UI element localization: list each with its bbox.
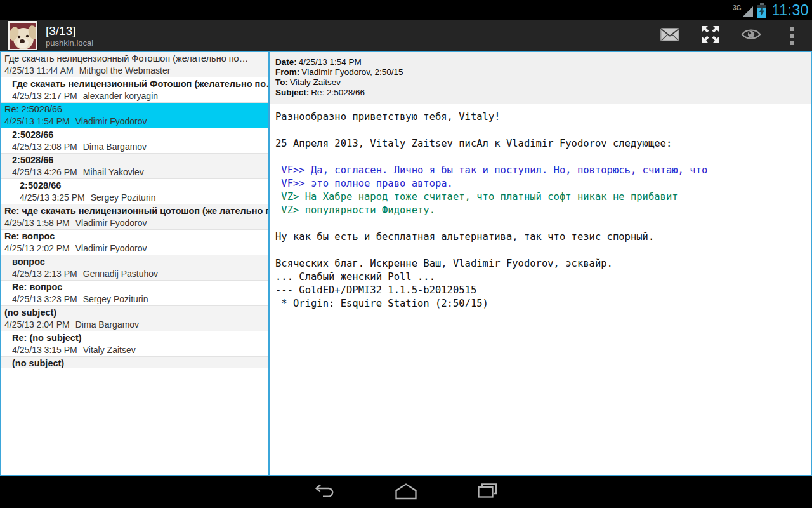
body-line: VZ> На Хабре народ тоже считает, что пла… bbox=[275, 190, 808, 204]
content-area: Где скачать нелицензионный Фотошоп (жела… bbox=[0, 51, 812, 476]
message-subject: Re: 2:5028/66 bbox=[4, 104, 268, 116]
status-clock: 11:30 bbox=[772, 2, 809, 19]
overflow-menu-button[interactable] bbox=[771, 20, 812, 51]
message-author: Sergey Poziturin bbox=[91, 192, 156, 203]
message-date: 4/25/13 1:58 PM bbox=[4, 218, 70, 228]
body-line: ... Слабый женский Poll ... bbox=[275, 271, 808, 284]
recents-icon bbox=[477, 483, 497, 502]
message-author: Vladimir Fyodorov bbox=[75, 243, 147, 253]
message-meta: 4/25/13 1:54 PMVladimir Fyodorov bbox=[4, 116, 268, 128]
message-subject: Где скачать нелицензионный Фотошоп (жела… bbox=[4, 53, 268, 65]
message-date: 4/25/13 2:02 PM bbox=[4, 243, 70, 253]
new-mail-button[interactable] bbox=[650, 20, 690, 51]
message-author: Sergey Poziturin bbox=[83, 294, 148, 304]
message-list-item[interactable]: 2:5028/66 4/25/13 2:08 PMDima Bargamov bbox=[1, 128, 268, 154]
fullscreen-button[interactable] bbox=[690, 20, 731, 51]
to-label: To: bbox=[275, 77, 288, 87]
header-subject-line: Subject:Re: 2:5028/66 bbox=[275, 88, 804, 98]
message-meta: 4/25/13 3:23 PMSergey Poziturin bbox=[12, 293, 268, 305]
page-title: [3/13] bbox=[46, 24, 93, 38]
home-icon bbox=[395, 483, 417, 502]
body-line: --- GoldED+/DPMI32 1.1.5-b20120515 bbox=[275, 284, 808, 297]
message-subject: 2:5028/66 bbox=[12, 154, 268, 166]
message-subject: 2:5028/66 bbox=[12, 129, 268, 141]
message-meta: 4/25/13 4:26 PMMihail Yakovlev bbox=[12, 166, 268, 178]
battery-charging-icon bbox=[757, 3, 766, 18]
back-button[interactable] bbox=[314, 482, 336, 502]
message-meta: 4/25/13 11:44 AMMithgol the Webmaster bbox=[4, 65, 268, 77]
message-author: Dima Bargamov bbox=[75, 319, 139, 330]
message-author: Vladimir Fyodorov bbox=[75, 116, 147, 126]
signal-strength-icon bbox=[742, 6, 753, 17]
body-line: * Origin: Esquire Station (2:50/15) bbox=[275, 297, 808, 311]
header-from-line: From:Vladimir Fyodorov, 2:50/15 bbox=[275, 67, 804, 77]
message-date: 4/25/13 11:44 AM bbox=[4, 65, 74, 76]
message-list-item[interactable]: вопрос 4/25/13 2:13 PMGennadij Pastuhov bbox=[1, 255, 268, 281]
message-subject: Re: вопрос bbox=[12, 281, 268, 293]
date-value: 4/25/13 1:54 PM bbox=[299, 57, 362, 67]
message-list-item[interactable]: 2:5028/66 4/25/13 3:25 PMSergey Pozituri… bbox=[1, 179, 268, 204]
body-line bbox=[275, 244, 808, 257]
message-author: Mithgol the Webmaster bbox=[79, 65, 171, 76]
body-line: Разнообразно приветствую тебя, Vitaly! bbox=[275, 110, 808, 124]
message-list-item[interactable]: (no subject) bbox=[1, 357, 268, 368]
action-bar: [3/13] pushkin.local bbox=[0, 20, 812, 51]
app-screen: 3G 11:30 [3/13] pushkin.local bbox=[0, 0, 812, 508]
header-to-line: To:Vitaly Zaitsev bbox=[275, 77, 804, 88]
recents-button[interactable] bbox=[476, 482, 498, 502]
subject-label: Subject: bbox=[275, 88, 309, 97]
network-status: 3G bbox=[733, 3, 752, 17]
status-bar: 3G 11:30 bbox=[0, 0, 812, 20]
date-label: Date: bbox=[275, 57, 297, 67]
network-type-label: 3G bbox=[733, 5, 741, 11]
message-author: Vitaly Zaitsev bbox=[83, 345, 136, 355]
app-icon-puppy-photo[interactable] bbox=[8, 21, 37, 50]
title-block: [3/13] pushkin.local bbox=[46, 24, 93, 48]
message-date: 4/25/13 2:13 PM bbox=[12, 269, 77, 279]
body-line bbox=[275, 150, 808, 164]
message-author: alexander koryagin bbox=[83, 91, 158, 101]
message-list-item[interactable]: Re: 2:5028/66 4/25/13 1:54 PMVladimir Fy… bbox=[1, 103, 268, 128]
message-list-item[interactable]: Где скачать нелицензионный Фотошоп (жела… bbox=[1, 52, 268, 77]
home-button[interactable] bbox=[395, 482, 417, 502]
from-label: From: bbox=[275, 67, 299, 77]
message-list: Где скачать нелицензионный Фотошоп (жела… bbox=[1, 52, 270, 475]
to-value: Vitaly Zaitsev bbox=[290, 77, 341, 87]
message-body: Разнообразно приветствую тебя, Vitaly! 2… bbox=[270, 104, 811, 311]
message-list-item[interactable]: (no subject) 4/25/13 2:04 PMDima Bargamo… bbox=[1, 306, 268, 331]
eye-icon bbox=[741, 27, 761, 44]
body-line: VZ> популярности Фидонету. bbox=[275, 204, 808, 217]
message-list-item[interactable]: Где скачать нелицензионный Фотошоп (жела… bbox=[1, 77, 268, 103]
from-value: Vladimir Fyodorov, 2:50/15 bbox=[301, 67, 403, 77]
message-subject: Re: (no subject) bbox=[12, 332, 268, 344]
message-meta: 4/25/13 2:04 PMDima Bargamov bbox=[4, 319, 268, 331]
message-subject: Где скачать нелицензионный Фотошоп (жела… bbox=[12, 78, 268, 90]
message-subject: Re: чде скачать нелицензионный цотошоп (… bbox=[4, 205, 268, 217]
message-subject: Re: вопрос bbox=[4, 231, 268, 243]
message-author: Dima Bargamov bbox=[83, 142, 147, 152]
message-list-item[interactable]: Re: вопрос 4/25/13 3:23 PMSergey Pozitur… bbox=[1, 281, 268, 306]
message-date: 4/25/13 1:54 PM bbox=[4, 116, 70, 126]
body-line: VF>> Да, согласен. Лично я бы так и пост… bbox=[275, 164, 808, 177]
mark-read-button[interactable] bbox=[731, 20, 771, 51]
message-meta: 4/25/13 2:13 PMGennadij Pastuhov bbox=[12, 268, 268, 280]
message-subject: (no subject) bbox=[4, 307, 268, 319]
message-view-pane[interactable]: Date:4/25/13 1:54 PM From:Vladimir Fyodo… bbox=[270, 52, 811, 475]
body-line: Всяческих благ. Искренне Ваш, Vladimir F… bbox=[275, 257, 808, 271]
message-list-item[interactable]: Re: (no subject) 4/25/13 3:15 PMVitaly Z… bbox=[1, 331, 268, 357]
body-line bbox=[275, 217, 808, 231]
message-author: Vladimir Fyodorov bbox=[75, 218, 147, 228]
message-list-item[interactable]: Re: вопрос 4/25/13 2:02 PMVladimir Fyodo… bbox=[1, 230, 268, 255]
message-date: 4/25/13 2:17 PM bbox=[12, 91, 77, 101]
message-list-item[interactable]: Re: чде скачать нелицензионный цотошоп (… bbox=[1, 204, 268, 230]
expand-icon bbox=[700, 23, 721, 48]
message-subject: 2:5028/66 bbox=[20, 180, 268, 192]
message-subject: вопрос bbox=[12, 256, 268, 268]
message-headers: Date:4/25/13 1:54 PM From:Vladimir Fyodo… bbox=[270, 52, 811, 104]
message-list-item[interactable]: 2:5028/66 4/25/13 4:26 PMMihail Yakovlev bbox=[1, 154, 268, 179]
header-date-line: Date:4/25/13 1:54 PM bbox=[275, 57, 804, 67]
message-date: 4/25/13 3:15 PM bbox=[12, 345, 77, 355]
body-line: 25 Апреля 2013, Vitaly Zaitsev писАл к V… bbox=[275, 137, 808, 150]
page-subtitle: pushkin.local bbox=[46, 38, 93, 48]
message-meta: 4/25/13 2:08 PMDima Bargamov bbox=[12, 141, 268, 153]
